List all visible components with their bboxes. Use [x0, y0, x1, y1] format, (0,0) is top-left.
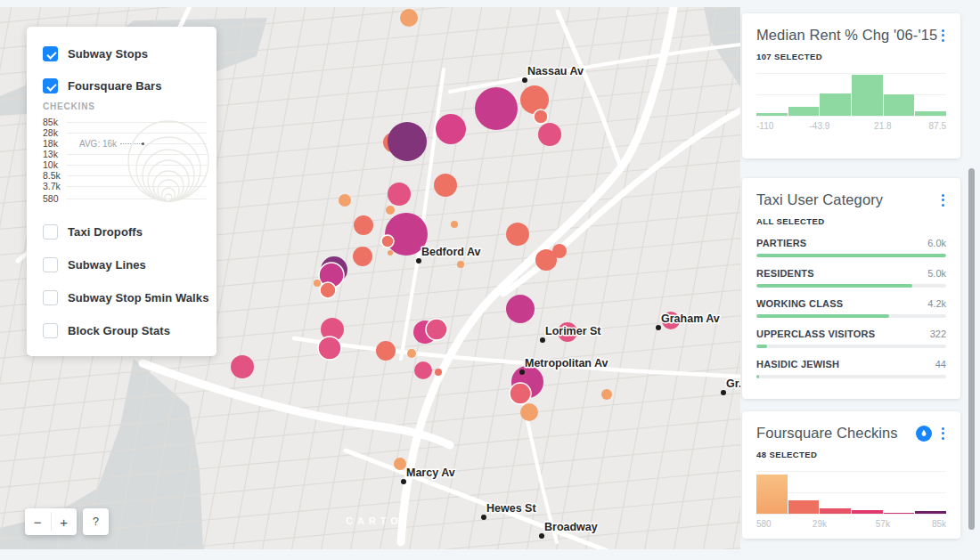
foursquare-bar-bubble[interactable] [407, 349, 416, 358]
subway-stop-dot[interactable] [721, 390, 726, 395]
subway-stop-5min-walks-checkbox[interactable] [43, 290, 58, 305]
help-button[interactable]: ? [83, 508, 109, 535]
foursquare-bar-bubble[interactable] [601, 389, 612, 400]
street-label: Lorimer St [545, 325, 601, 337]
foursquare-bar-bubble[interactable] [535, 249, 557, 271]
legend-size-row: 28k [43, 127, 207, 138]
rent-histogram[interactable] [756, 73, 946, 116]
selected-count: 107 SELECTED [756, 52, 946, 61]
subway-stop-dot[interactable] [656, 325, 661, 330]
zoom-out-button[interactable]: − [25, 508, 51, 535]
foursquare-bar-bubble[interactable] [534, 110, 548, 124]
foursquare-bar-bubble[interactable] [231, 355, 254, 378]
widget-menu-kebab-icon[interactable] [940, 28, 946, 44]
foursquare-bar-bubble[interactable] [434, 174, 457, 197]
subway-stop-dot[interactable] [519, 369, 525, 375]
foursquare-bar-bubble[interactable] [339, 194, 351, 207]
foursquare-bar-bubble[interactable] [510, 383, 531, 404]
histogram-bar[interactable] [884, 513, 915, 515]
foursquare-bar-bubble[interactable] [414, 361, 432, 379]
histogram-bar[interactable] [820, 93, 851, 116]
selected-count: ALL SELECTED [756, 216, 946, 226]
layer-foursquare-bars[interactable]: Foursquare Bars [43, 78, 162, 93]
category-value: 4.2k [927, 298, 946, 309]
foursquare-bar-bubble[interactable] [388, 122, 427, 161]
foursquare-bar-bubble[interactable] [506, 223, 529, 246]
category-bar [756, 314, 889, 318]
foursquare-bar-bubble[interactable] [538, 123, 561, 146]
subway-stop-dot[interactable] [522, 77, 527, 83]
foursquare-bar-bubble[interactable] [354, 215, 373, 235]
foursquare-bar-bubble[interactable] [353, 247, 372, 266]
subway-stop-dot[interactable] [401, 479, 406, 484]
histogram-bar[interactable] [788, 500, 820, 514]
foursquare-bar-bubble[interactable] [457, 261, 464, 268]
foursquare-bar-bubble[interactable] [318, 337, 341, 360]
subway-stop-dot[interactable] [539, 533, 544, 539]
block-group-stats-checkbox[interactable] [43, 323, 58, 338]
foursquare-bar-bubble[interactable] [435, 369, 442, 376]
layer-subway-lines[interactable]: Subway Lines [43, 257, 146, 272]
legend-size-row: 10k [43, 159, 207, 170]
foursquare-bar-bubble[interactable] [400, 9, 418, 27]
foursquare-bar-bubble[interactable] [520, 403, 538, 421]
layer-block-group-stats[interactable]: Block Group Stats [43, 323, 170, 338]
subway-stops-checkbox[interactable] [43, 46, 58, 61]
histogram-bar[interactable] [820, 508, 851, 514]
category-value: 44 [935, 359, 946, 369]
legend-size-label: 85k [43, 117, 67, 127]
foursquare-bar-bubble[interactable] [381, 235, 394, 248]
histogram-bar[interactable] [915, 511, 946, 514]
category-row[interactable]: HASIDIC JEWISH44 [756, 359, 946, 378]
layers-panel: Subway Stops Foursquare Bars CHECKINS 85… [27, 27, 216, 356]
layer-label: Subway Lines [68, 258, 146, 272]
foursquare-bar-bubble[interactable] [376, 341, 396, 361]
checkins-histogram[interactable] [756, 471, 946, 514]
category-label: RESIDENTS [756, 268, 814, 279]
taxi-dropoffs-checkbox[interactable] [43, 224, 58, 239]
sidebar-scrollbar[interactable] [968, 168, 975, 530]
layer-subway-stop-5min-walks[interactable]: Subway Stop 5min Walks [43, 290, 208, 305]
foursquare-bar-bubble[interactable] [451, 221, 458, 228]
rent-axis-ticks: -110-43.921.887.5 [756, 119, 946, 133]
histogram-bar[interactable] [915, 111, 946, 116]
layer-taxi-dropoffs[interactable]: Taxi Dropoffs [43, 224, 143, 239]
histogram-bar[interactable] [756, 113, 788, 116]
foursquare-bar-bubble[interactable] [520, 85, 549, 114]
foursquare-bar-bubble[interactable] [388, 183, 411, 206]
style-by-value-badge[interactable] [916, 426, 932, 442]
checkins-size-legend: 85k28k18kAVG: 16k13k10k8.5k3.7k580 [43, 117, 207, 204]
street-label: Hewes St [486, 502, 536, 515]
histogram-bar[interactable] [788, 107, 820, 116]
foursquare-bar-bubble[interactable] [475, 87, 518, 130]
subway-stop-dot[interactable] [540, 337, 545, 343]
category-value: 6.0k [927, 238, 946, 248]
foursquare-bar-bubble[interactable] [394, 458, 406, 470]
subway-stop-dot[interactable] [481, 515, 486, 520]
widget-menu-kebab-icon[interactable] [940, 192, 946, 208]
foursquare-bar-bubble[interactable] [320, 282, 336, 298]
histogram-bar[interactable] [852, 510, 883, 514]
category-row[interactable]: RESIDENTS5.0k [756, 268, 946, 288]
foursquare-bar-bubble[interactable] [386, 206, 395, 215]
foursquare-bars-checkbox[interactable] [43, 78, 58, 93]
category-row[interactable]: UPPERCLASS VISITORS322 [756, 329, 946, 348]
subway-lines-checkbox[interactable] [43, 257, 58, 272]
zoom-control: − + [25, 508, 77, 535]
legend-size-row: 580 [43, 193, 207, 204]
category-bar [756, 345, 767, 348]
foursquare-bar-bubble[interactable] [436, 114, 466, 144]
foursquare-bar-bubble[interactable] [506, 295, 535, 323]
widget-menu-kebab-icon[interactable] [940, 426, 946, 442]
subway-stop-dot[interactable] [416, 258, 421, 264]
category-row[interactable]: PARTIERS6.0k [756, 238, 946, 257]
histogram-bar[interactable] [756, 475, 788, 514]
foursquare-bar-bubble[interactable] [314, 280, 321, 287]
zoom-in-button[interactable]: + [52, 508, 78, 535]
foursquare-bar-bubble[interactable] [426, 319, 447, 340]
foursquare-bar-bubble[interactable] [388, 250, 393, 256]
histogram-bar[interactable] [852, 75, 883, 116]
histogram-bar[interactable] [884, 94, 915, 116]
layer-subway-stops[interactable]: Subway Stops [43, 46, 148, 61]
category-row[interactable]: WORKING CLASS4.2k [756, 298, 946, 318]
